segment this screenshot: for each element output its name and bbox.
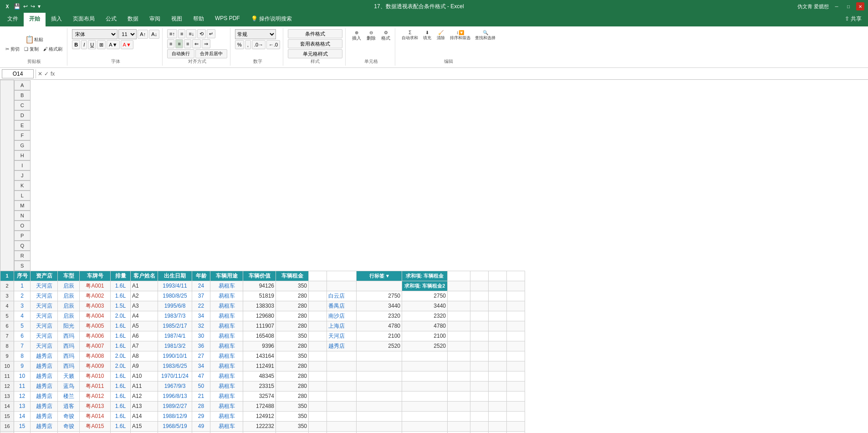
cell-12-9[interactable]: 23315 <box>243 381 276 391</box>
font-name-select[interactable]: 宋体 <box>72 29 117 39</box>
cell-q11[interactable] <box>470 371 489 381</box>
cell-l2[interactable] <box>309 281 327 291</box>
increase-indent-button[interactable]: ⇒ <box>202 39 210 48</box>
cell-o7[interactable]: 2100 <box>402 331 448 341</box>
header-seqno[interactable]: 序号 <box>14 271 31 281</box>
cell-l11[interactable] <box>309 371 327 381</box>
cell-17-7[interactable]: 43 <box>192 431 210 433</box>
sort-filter-button[interactable]: ↕🔽 排序和筛选 <box>448 29 472 42</box>
cell-o13[interactable] <box>402 391 448 401</box>
decrease-decimal-button[interactable]: ←.0 <box>266 40 280 49</box>
header-rent[interactable]: 车辆租金 <box>276 271 309 281</box>
cell-4-10[interactable]: 280 <box>276 301 309 311</box>
col-header-q[interactable]: Q <box>14 241 31 251</box>
cell-p7[interactable] <box>448 331 470 341</box>
cell-l15[interactable] <box>309 411 327 421</box>
cell-17-5[interactable]: A16 <box>131 431 158 433</box>
cell-s17[interactable] <box>507 431 525 433</box>
cell-5-7[interactable]: 34 <box>192 311 210 321</box>
cell-11-10[interactable]: 280 <box>276 371 309 381</box>
cell-3-8[interactable]: 易租车 <box>210 291 243 301</box>
cell-13-3[interactable]: 粤A012 <box>80 391 111 401</box>
cell-3-4[interactable]: 1.6L <box>111 291 131 301</box>
cell-s8[interactable] <box>507 341 525 351</box>
cell-6-10[interactable]: 280 <box>276 321 309 331</box>
cell-4-6[interactable]: 1995/6/8 <box>158 301 192 311</box>
cell-7-9[interactable]: 165408 <box>243 331 276 341</box>
cell-7-6[interactable]: 1987/4/1 <box>158 331 192 341</box>
insert-function-icon[interactable]: fx <box>51 71 55 77</box>
cell-5-5[interactable]: A4 <box>131 311 158 321</box>
cell-11-9[interactable]: 48345 <box>243 371 276 381</box>
cell-s3[interactable] <box>507 291 525 301</box>
cell-p2[interactable] <box>448 281 470 291</box>
cell-2-3[interactable]: 粤A001 <box>80 281 111 291</box>
cell-3-1[interactable]: 天河店 <box>31 291 58 301</box>
cell-5-9[interactable]: 129680 <box>243 311 276 321</box>
header-store[interactable]: 资产店 <box>31 271 58 281</box>
cell-12-2[interactable]: 蓝鸟 <box>58 381 80 391</box>
cell-15-4[interactable]: 1.6L <box>111 411 131 421</box>
cell-8-10[interactable]: 280 <box>276 341 309 351</box>
maximize-button[interactable]: □ <box>844 2 853 10</box>
col-header-d[interactable]: D <box>14 110 31 120</box>
cell-14-0[interactable]: 13 <box>14 401 31 411</box>
cell-l9[interactable] <box>309 351 327 361</box>
cell-16-6[interactable]: 1968/5/19 <box>158 421 192 431</box>
tab-file[interactable]: 文件 <box>2 13 24 26</box>
cell-15-7[interactable]: 29 <box>192 411 210 421</box>
cell-6-2[interactable]: 阳光 <box>58 321 80 331</box>
font-increase-button[interactable]: A↑ <box>138 30 148 39</box>
align-bottom-button[interactable]: ≡↓ <box>186 29 196 38</box>
cell-12-0[interactable]: 11 <box>14 381 31 391</box>
col-header-s[interactable]: S <box>14 261 31 271</box>
tab-page-layout[interactable]: 页面布局 <box>67 13 100 26</box>
cell-l13[interactable] <box>309 391 327 401</box>
merge-center-button[interactable]: 合并后居中 <box>195 49 227 58</box>
cell-q1[interactable] <box>470 271 489 281</box>
cell-10-1[interactable]: 越秀店 <box>31 361 58 371</box>
cell-n11[interactable] <box>357 371 402 381</box>
header-cartype[interactable]: 车型 <box>58 271 80 281</box>
cell-7-3[interactable]: 粤A006 <box>80 331 111 341</box>
cell-q8[interactable] <box>470 341 489 351</box>
cell-l17[interactable] <box>309 431 327 433</box>
cell-13-2[interactable]: 楼兰 <box>58 391 80 401</box>
fill-button[interactable]: ⬇ 填充 <box>421 29 434 42</box>
pivot-row-label-header[interactable]: 行标签 ▾ <box>357 271 402 281</box>
cell-r12[interactable] <box>489 381 507 391</box>
cell-7-2[interactable]: 西玛 <box>58 331 80 341</box>
cell-m6[interactable]: 上海店 <box>327 321 357 331</box>
col-header-m[interactable]: M <box>14 201 31 211</box>
cell-10-6[interactable]: 1983/6/25 <box>158 361 192 371</box>
cell-m11[interactable] <box>327 371 357 381</box>
underline-button[interactable]: U <box>88 40 96 49</box>
cell-6-3[interactable]: 粤A005 <box>80 321 111 331</box>
cell-s9[interactable] <box>507 351 525 361</box>
tab-data[interactable]: 数据 <box>122 13 144 26</box>
cell-o4[interactable]: 3440 <box>402 301 448 311</box>
tab-search[interactable]: 💡 操作说明搜索 <box>245 13 297 26</box>
cell-r14[interactable] <box>489 401 507 411</box>
cell-s4[interactable] <box>507 301 525 311</box>
cell-8-0[interactable]: 7 <box>14 341 31 351</box>
cell-m4[interactable]: 番禺店 <box>327 301 357 311</box>
cell-12-6[interactable]: 1967/9/3 <box>158 381 192 391</box>
cell-r7[interactable] <box>489 331 507 341</box>
cell-4-8[interactable]: 易租车 <box>210 301 243 311</box>
align-right-button[interactable]: ≡ <box>184 39 191 48</box>
cell-14-4[interactable]: 1.6L <box>111 401 131 411</box>
cell-p16[interactable] <box>448 421 470 431</box>
tab-review[interactable]: 审阅 <box>144 13 166 26</box>
tab-wps-pdf[interactable]: WPS PDF <box>209 13 245 26</box>
cell-m1[interactable] <box>327 271 357 281</box>
cell-q16[interactable] <box>470 421 489 431</box>
cell-s6[interactable] <box>507 321 525 331</box>
cell-l12[interactable] <box>309 381 327 391</box>
cell-4-9[interactable]: 138303 <box>243 301 276 311</box>
cell-2-8[interactable]: 易租车 <box>210 281 243 291</box>
cancel-formula-icon[interactable]: ✕ <box>38 71 42 77</box>
cell-p1[interactable] <box>448 271 470 281</box>
cell-o2[interactable]: 求和项: 车辆租金2 <box>402 281 448 291</box>
cell-3-0[interactable]: 2 <box>14 291 31 301</box>
